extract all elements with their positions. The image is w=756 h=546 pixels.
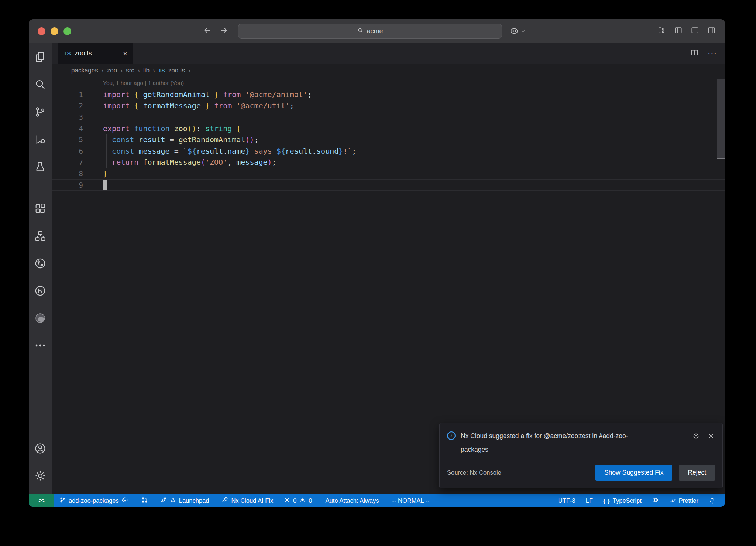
customize-layout-icon[interactable] xyxy=(657,26,666,36)
chevron-down-icon xyxy=(520,28,526,34)
activity-bar-item-account[interactable] xyxy=(29,436,52,463)
code-line-1[interactable]: 1import { getRandomAnimal } from '@acme/… xyxy=(52,89,725,100)
breadcrumb-separator: › xyxy=(188,67,190,75)
vscode-window: acme TS zoo.ts × xyxy=(29,19,725,507)
activity-bar-item-edge-tools[interactable] xyxy=(29,305,52,332)
breadcrumb-item[interactable]: packages xyxy=(71,67,98,74)
toggle-panel-icon[interactable] xyxy=(690,26,700,36)
double-check-icon xyxy=(669,496,676,505)
encoding-item[interactable]: UTF-8 xyxy=(555,494,579,507)
pull-request-item[interactable] xyxy=(138,494,151,507)
copilot-status-item[interactable] xyxy=(649,494,662,507)
activity-bar-item-references[interactable] xyxy=(29,223,52,250)
code-line-5[interactable]: 5 const result = getRandomAnimal(); xyxy=(52,134,725,146)
notifications-bell-icon[interactable] xyxy=(705,494,719,507)
line-number: 7 xyxy=(52,158,83,166)
forward-arrow-icon[interactable] xyxy=(220,26,228,36)
tab-zoo-ts[interactable]: TS zoo.ts × xyxy=(58,43,133,64)
breadcrumb-separator: › xyxy=(120,67,123,75)
vim-mode-item[interactable]: -- NORMAL -- xyxy=(389,494,433,507)
code-line-2[interactable]: 2import { formatMessage } from '@acme/ut… xyxy=(52,100,725,112)
activity-bar-item-extensions[interactable] xyxy=(29,196,52,223)
close-window-button[interactable] xyxy=(38,27,45,35)
breadcrumb: packages›zoo›src›lib›TSzoo.ts›... xyxy=(52,64,725,78)
activity-bar-item-run-debug[interactable] xyxy=(29,126,52,154)
breadcrumb-item[interactable]: zoo.ts xyxy=(168,67,185,74)
tab-bar: TS zoo.ts × ··· xyxy=(52,43,725,64)
activity-bar-item-source-control[interactable] xyxy=(29,99,52,126)
extensions-icon xyxy=(34,202,47,216)
breadcrumb-separator: › xyxy=(138,67,140,75)
breadcrumb-item[interactable]: src xyxy=(126,67,134,74)
scrollbar[interactable] xyxy=(717,79,725,159)
activity-bar-item-nx-cloud[interactable] xyxy=(29,278,52,305)
activity-bar-item-settings[interactable] xyxy=(29,463,52,490)
activity-bar-item-explorer[interactable] xyxy=(29,44,52,72)
references-icon xyxy=(34,230,47,244)
code-line-4[interactable]: 4export function zoo(): string { xyxy=(52,123,725,134)
search-icon xyxy=(357,27,364,35)
tab-label: zoo.ts xyxy=(75,50,92,57)
breadcrumb-item[interactable]: zoo xyxy=(107,67,117,74)
breadcrumb-item[interactable]: ... xyxy=(194,67,199,74)
notification-message: Nx Cloud suggested a fix for @acme/zoo:t… xyxy=(461,429,651,457)
split-editor-icon[interactable] xyxy=(690,48,699,58)
notification-settings-icon[interactable] xyxy=(692,432,700,441)
warning-icon xyxy=(299,496,306,505)
line-number: 8 xyxy=(52,170,83,178)
code-line-6[interactable]: 6 const message = `${result.name} says $… xyxy=(52,146,725,157)
activity-bar-item-more[interactable] xyxy=(29,332,52,360)
problems-item[interactable]: 0 0 xyxy=(280,494,315,507)
nx-console-icon xyxy=(34,257,47,271)
account-icon xyxy=(34,442,47,456)
breadcrumb-item[interactable]: lib xyxy=(143,67,150,74)
show-suggested-fix-button[interactable]: Show Suggested Fix xyxy=(595,465,673,481)
reject-button[interactable]: Reject xyxy=(679,465,715,481)
search-icon xyxy=(34,78,47,92)
notification-close-icon[interactable] xyxy=(707,432,715,441)
edge-tools-icon xyxy=(34,312,47,326)
nx-cloud-ai-fix-item[interactable]: Nx Cloud AI Fix xyxy=(218,494,276,507)
copilot-menu[interactable] xyxy=(509,26,526,36)
pull-request-icon xyxy=(141,496,148,505)
notification-toast: i Nx Cloud suggested a fix for @acme/zoo… xyxy=(439,423,723,488)
launchpad-item[interactable]: Launchpad xyxy=(157,494,213,507)
code-line-3[interactable]: 3 xyxy=(52,112,725,123)
code-line-7[interactable]: 7 return formatMessage('ZOO', message); xyxy=(52,157,725,168)
zoom-window-button[interactable] xyxy=(63,27,71,35)
language-item[interactable]: { } TypeScript xyxy=(600,494,645,507)
auto-attach-item[interactable]: Auto Attach: Always xyxy=(322,494,382,507)
notification-source: Source: Nx Console xyxy=(447,469,501,476)
git-blame-annotation: You, 1 hour ago | 1 author (You) xyxy=(52,78,725,89)
line-number: 2 xyxy=(52,102,83,110)
nx-cloud-icon xyxy=(34,284,47,298)
back-arrow-icon[interactable] xyxy=(203,26,212,36)
rocket-icon xyxy=(160,496,167,505)
activity-bar-item-search[interactable] xyxy=(29,72,52,99)
tab-close-icon[interactable]: × xyxy=(123,50,127,57)
typescript-file-icon: TS xyxy=(63,50,71,57)
code-line-9[interactable]: 9 xyxy=(52,179,725,191)
toggle-sidebar-right-icon[interactable] xyxy=(707,26,716,36)
wrench-icon xyxy=(221,496,228,505)
copilot-icon xyxy=(509,26,519,36)
minimize-window-button[interactable] xyxy=(51,27,58,35)
editor-more-actions-icon[interactable]: ··· xyxy=(708,48,717,58)
git-branch-item[interactable]: add-zoo-packages xyxy=(56,494,132,507)
typescript-file-icon: TS xyxy=(158,68,165,74)
editor-cursor xyxy=(103,180,107,190)
eol-item[interactable]: LF xyxy=(583,494,596,507)
formatter-item[interactable]: Prettier xyxy=(666,494,702,507)
remote-indicator[interactable]: >< xyxy=(29,494,54,507)
titlebar: acme xyxy=(29,19,725,43)
more-icon xyxy=(34,339,47,353)
toggle-sidebar-left-icon[interactable] xyxy=(674,26,683,36)
command-center-search[interactable]: acme xyxy=(238,24,502,39)
activity-bar-item-nx-console[interactable] xyxy=(29,250,52,278)
settings-icon xyxy=(34,470,47,484)
activity-bar-item-testing[interactable] xyxy=(29,154,52,181)
desktop: acme TS zoo.ts × xyxy=(0,0,756,546)
copilot-icon xyxy=(652,496,659,505)
run-debug-icon xyxy=(34,133,47,147)
code-line-8[interactable]: 8} xyxy=(52,168,725,180)
